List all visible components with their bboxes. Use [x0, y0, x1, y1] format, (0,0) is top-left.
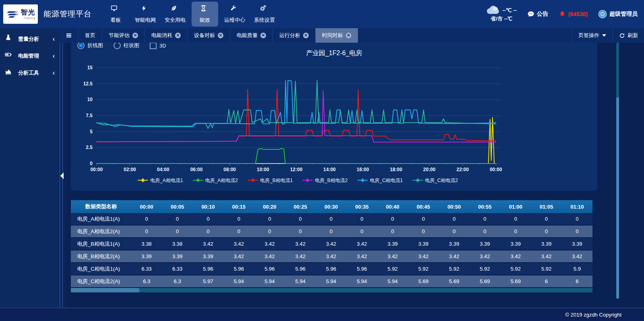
vertical-scrollbar-thumb[interactable] [616, 43, 619, 97]
svg-text:14:00: 14:00 [323, 167, 336, 172]
table-cell: 3.42 [347, 253, 377, 259]
sidebar-item-power-management[interactable]: 电能管理‹ [0, 48, 60, 64]
table-cell: 5.96 [285, 266, 316, 272]
tab-energy-consumption-label: 电能消耗 [151, 32, 172, 39]
line-chart: 02.557.51012.51500:0002:0004:0006:0008:0… [74, 62, 593, 176]
table-cell: 5.69 [500, 278, 531, 284]
legend-item-3[interactable]: 电房_B相电流2 [302, 177, 347, 184]
nav-item-ops-center[interactable]: 运维中心 [221, 2, 248, 27]
sidebar-item-analysis-tools[interactable]: 分析工具‹ [0, 64, 60, 81]
chevron-left-icon: ‹ [53, 53, 55, 59]
table-cell: 5.96 [223, 266, 254, 272]
alarm-button[interactable]: (64530) [559, 10, 588, 18]
bell-icon [559, 10, 566, 18]
radio-icon[interactable] [114, 43, 121, 49]
caret-down-icon [602, 34, 606, 37]
nav-item-safe-power[interactable]: 安全用电 [162, 2, 188, 27]
legend-label: 电房_B相电流1 [260, 177, 293, 184]
tab-energy-consumption[interactable]: 电能消耗✕ [145, 28, 188, 43]
table-row: 电房_A相电流2(A)000000000000000 [71, 226, 592, 238]
horizontal-scrollbar[interactable] [71, 288, 592, 292]
table-cell: 3.39 [531, 241, 561, 247]
legend-label: 电房_C相电流1 [370, 177, 403, 184]
sidebar-item-demand-analysis[interactable]: 需量分析‹ [0, 31, 60, 48]
chart-type-radio-1[interactable]: 柱状图 [114, 43, 139, 49]
horizontal-scrollbar-thumb[interactable] [71, 288, 139, 292]
table-cell: 0 [439, 228, 469, 234]
radio-label: 柱状图 [124, 43, 139, 49]
bolt-icon [140, 5, 150, 14]
table-cell: 0 [469, 228, 500, 234]
table-cell: 3.39 [131, 253, 162, 259]
table-cell: 0 [500, 228, 531, 234]
table-header-time: 00:55 [469, 204, 500, 210]
checkbox-icon[interactable] [150, 43, 157, 49]
collapse-arrow-icon[interactable] [60, 172, 64, 179]
user-menu[interactable]: 超级管理员 [598, 10, 638, 19]
tab-energy-eval-label: 节能评估 [109, 32, 130, 39]
chart-title: 产业园_1F2-6_电房 [71, 49, 597, 58]
close-icon[interactable]: ✕ [175, 33, 181, 38]
svg-text:12:00: 12:00 [290, 167, 303, 172]
table-cell: 5.94 [316, 278, 346, 284]
flask-icon [5, 34, 14, 44]
nav-item-dashboard-label: 看板 [110, 17, 121, 24]
chart-3d-checkbox[interactable]: 3D [150, 43, 166, 49]
table-cell: 3.39 [408, 241, 439, 247]
announcement-button[interactable]: 公告 [527, 10, 548, 18]
app-header: 智光 Zhiguang 能源管理平台 看板智能电网安全用电能效运维中心系统设置 … [0, 0, 644, 28]
nav-item-energy-efficiency[interactable]: 能效 [192, 2, 218, 27]
table-cell: 3.42 [316, 241, 346, 247]
table-cell: 3.42 [223, 253, 254, 259]
table-cell: 0 [531, 228, 561, 234]
table-cell: 3.39 [500, 241, 531, 247]
legend-item-0[interactable]: 电房_A相电流1 [138, 177, 183, 184]
close-icon[interactable]: ✕ [303, 33, 309, 38]
table-cell: 3.42 [347, 241, 377, 247]
tab-home[interactable]: 首页 [78, 28, 102, 43]
chart-type-radio-0[interactable]: 折线图 [77, 43, 103, 49]
legend-item-4[interactable]: 电房_C相电流1 [357, 177, 403, 184]
refresh-button[interactable]: 刷新 [613, 28, 644, 43]
collapse-menu-button[interactable] [60, 28, 78, 43]
tab-time-benchmark[interactable]: 时间对标✕ [316, 28, 358, 43]
svg-text:00:00: 00:00 [490, 167, 502, 172]
nav-item-dashboard[interactable]: 看板 [102, 2, 129, 27]
table-cell: 5.94 [347, 278, 377, 284]
tab-device-benchmark[interactable]: 设备对标✕ [188, 28, 230, 43]
table-cell: 3.39 [162, 253, 192, 259]
close-icon[interactable]: ✕ [346, 33, 351, 38]
close-icon[interactable]: ✕ [132, 33, 138, 38]
nav-item-system-settings[interactable]: 系统设置 [251, 2, 278, 27]
tab-power-quality[interactable]: 电能质量✕ [230, 28, 273, 43]
tab-operation-analysis[interactable]: 运行分析✕ [273, 28, 316, 43]
table-cell: 0 [254, 216, 285, 222]
svg-text:5: 5 [90, 129, 93, 135]
battery-icon [5, 51, 14, 61]
vertical-scrollbar[interactable] [616, 43, 619, 298]
legend-item-5[interactable]: 电房_C相电流2 [413, 177, 458, 184]
close-icon[interactable]: ✕ [260, 33, 266, 38]
table-header-time: 00:35 [347, 204, 377, 210]
table-cell: 0 [377, 216, 408, 222]
logo[interactable]: 智光 Zhiguang [3, 4, 38, 24]
legend-item-1[interactable]: 电房_A相电流2 [193, 177, 238, 184]
tab-operations-label: 页签操作 [578, 32, 599, 39]
table-cell: 3.39 [562, 241, 592, 247]
close-icon[interactable]: ✕ [218, 33, 223, 38]
sidebar-splitter[interactable] [60, 28, 66, 308]
legend-label: 电房_B相电流2 [315, 177, 347, 184]
legend-item-2[interactable]: 电房_B相电流1 [248, 177, 293, 184]
table-cell: 3.42 [254, 241, 285, 247]
svg-text:20:00: 20:00 [423, 167, 436, 172]
table-cell: 3.42 [285, 241, 316, 247]
tab-energy-eval[interactable]: 节能评估✕ [102, 28, 145, 43]
radio-icon[interactable] [77, 43, 85, 49]
hourglass-icon [200, 5, 210, 14]
nav-item-smart-grid[interactable]: 智能电网 [132, 2, 159, 27]
tab-device-benchmark-label: 设备对标 [194, 32, 215, 39]
tab-operations-dropdown[interactable]: 页签操作 [572, 28, 613, 43]
table-row-name: 电房_B相电流1(A) [71, 240, 131, 248]
table-header-time: 01:00 [500, 204, 531, 210]
table-cell: 5.94 [377, 278, 408, 284]
